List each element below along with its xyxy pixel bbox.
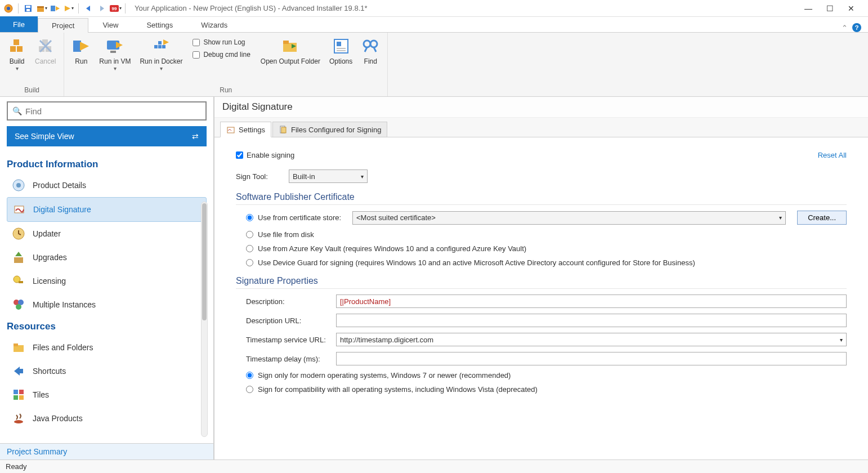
tab-view[interactable]: View [88, 17, 132, 32]
find-box[interactable]: 🔍 [7, 101, 207, 121]
svg-rect-25 [110, 51, 116, 53]
nav-tiles[interactable]: Tiles [7, 383, 207, 407]
cert-store-select[interactable]: <Most suited certificate>▾ [352, 211, 786, 225]
sidebar-resource-items: Files and Folders Shortcuts Tiles Java P… [7, 336, 207, 430]
run-icon [72, 37, 90, 55]
simple-view-button[interactable]: See Simple View ⇄ [7, 126, 207, 146]
updater-icon [11, 226, 26, 241]
radio-sign-modern[interactable] [246, 372, 253, 379]
find-button[interactable]: Find [358, 35, 383, 68]
maximize-button[interactable]: ☐ [824, 4, 835, 13]
nav-shortcuts[interactable]: Shortcuts [7, 359, 207, 383]
radio-cert-devguard[interactable] [246, 259, 253, 266]
nav-updater[interactable]: Updater [7, 222, 207, 246]
tab-project[interactable]: Project [38, 18, 88, 33]
close-button[interactable]: ✕ [845, 4, 857, 13]
svg-rect-15 [17, 46, 23, 52]
run-docker-button[interactable]: Run in Docker [136, 35, 186, 74]
tab-settings-content[interactable]: Settings [220, 122, 271, 137]
signature-properties-form: Description: Description URL: Timestamp … [246, 294, 847, 394]
sidebar-splitter[interactable] [210, 97, 213, 459]
sidebar-product-items: Product Details Digital Signature Update… [7, 173, 207, 316]
svg-point-53 [16, 304, 21, 310]
input-timestamp-url[interactable]: http://timestamp.digicert.com▾ [336, 333, 847, 346]
build-button[interactable]: Build [5, 35, 29, 74]
folder-icon [11, 340, 26, 355]
label-timestamp-url: Timestamp service URL: [246, 336, 336, 344]
nav-java[interactable]: Java Products [7, 407, 207, 430]
tab-wizards[interactable]: Wizards [187, 17, 241, 32]
svg-rect-59 [14, 395, 18, 400]
ribbon: Build Cancel Build Run Run in VM Run [0, 33, 868, 97]
collapse-ribbon-icon[interactable]: ⌃ [842, 24, 848, 32]
input-description[interactable] [336, 294, 847, 308]
badge-icon[interactable]: 99▾ [109, 2, 122, 15]
run-docker-icon [152, 37, 170, 55]
nav-multiple-instances[interactable]: Multiple Instances [7, 293, 207, 316]
minimize-button[interactable]: — [803, 4, 814, 13]
shortcut-icon [11, 364, 26, 378]
sidebar: 🔍 See Simple View ⇄ Product Information … [0, 97, 214, 459]
radio-sign-compat[interactable] [246, 386, 253, 393]
svg-marker-56 [14, 367, 23, 376]
content-tabs: Settings Files Configured for Signing [214, 118, 868, 137]
options-button[interactable]: Options [326, 35, 356, 68]
radio-cert-azure[interactable] [246, 245, 253, 252]
instances-icon [11, 297, 26, 312]
back-icon[interactable] [82, 2, 95, 15]
svg-rect-27 [154, 45, 158, 48]
project-summary-button[interactable]: Project Summary [0, 443, 213, 459]
tab-files-configured[interactable]: Files Configured for Signing [272, 122, 387, 137]
svg-point-1 [7, 7, 10, 10]
show-run-log-checkbox[interactable]: Show run Log [190, 37, 252, 47]
sign-tool-select[interactable]: Built-in▾ [289, 169, 368, 183]
svg-rect-22 [73, 41, 81, 52]
debug-cmd-checkbox[interactable]: Debug cmd line [190, 50, 252, 60]
svg-rect-30 [158, 41, 162, 44]
nav-upgrades[interactable]: Upgrades [7, 246, 207, 269]
help-icon[interactable]: ? [852, 23, 861, 32]
window-title: Your Application - New Project (English … [128, 4, 803, 12]
svg-text:99: 99 [112, 6, 117, 11]
save-icon[interactable] [22, 2, 34, 15]
open-output-icon [281, 37, 299, 55]
input-timestamp-delay[interactable] [336, 352, 847, 365]
run-play-icon[interactable]: ▾ [62, 2, 75, 15]
svg-rect-58 [19, 390, 24, 394]
content-pane: Digital Signature Settings Files Configu… [214, 97, 868, 459]
scrollbar-thumb[interactable] [202, 203, 207, 320]
svg-point-39 [364, 41, 370, 47]
tab-settings[interactable]: Settings [132, 17, 187, 32]
sidebar-scrollbar[interactable] [201, 202, 208, 437]
svg-rect-64 [281, 127, 286, 133]
reset-all-link[interactable]: Reset All [818, 151, 847, 159]
nav-product-details[interactable]: Product Details [7, 173, 207, 197]
separator [18, 3, 19, 14]
input-description-url[interactable] [336, 314, 847, 327]
tab-file[interactable]: File [0, 16, 38, 32]
nav-licensing[interactable]: Licensing [7, 269, 207, 293]
open-output-button[interactable]: Open Output Folder [257, 35, 324, 68]
forward-icon[interactable] [96, 2, 108, 15]
files-tab-icon [279, 125, 288, 134]
app-icon[interactable] [2, 2, 15, 15]
enable-signing-checkbox[interactable]: Enable signing [236, 151, 294, 159]
svg-rect-32 [283, 43, 297, 52]
search-icon: 🔍 [12, 106, 22, 115]
create-cert-button[interactable]: Create... [797, 211, 847, 225]
svg-marker-10 [86, 6, 90, 11]
radio-cert-disk[interactable] [246, 231, 253, 238]
section-sigprops: Signature Properties [236, 276, 847, 289]
run-button[interactable]: Run [69, 35, 93, 68]
settings-tab-icon [226, 125, 235, 134]
svg-rect-14 [10, 46, 16, 52]
licensing-icon [11, 274, 26, 288]
build-run-icon[interactable] [49, 2, 61, 15]
radio-cert-store[interactable] [246, 214, 253, 221]
nav-files-folders[interactable]: Files and Folders [7, 336, 207, 359]
upgrades-icon [11, 250, 26, 265]
run-vm-button[interactable]: Run in VM [96, 35, 134, 74]
package-icon[interactable]: ▾ [35, 2, 48, 15]
nav-digital-signature[interactable]: Digital Signature [7, 197, 207, 222]
find-input[interactable] [25, 106, 201, 116]
